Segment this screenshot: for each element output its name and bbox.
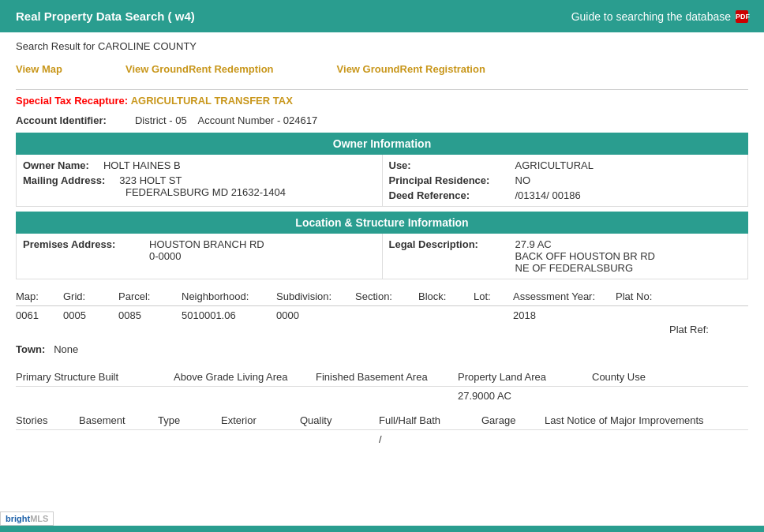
- stories-label: Stories: [16, 414, 79, 426]
- account-identifier-label: Account Identifier:: [16, 114, 107, 126]
- guide-link[interactable]: Guide to searching the database PDF: [571, 10, 748, 23]
- legal-description-line2: BACK OFF HOUSTON BR RD: [515, 250, 655, 262]
- legal-description-line3: NE OF FEDERALSBURG: [515, 262, 655, 274]
- fullhalf-bath-label: Full/Half Bath: [379, 414, 481, 426]
- primary-built-label: Primary Structure Built: [16, 371, 174, 383]
- above-grade-label: Above Grade Living Area: [174, 371, 316, 383]
- last-notice-value: [545, 433, 748, 445]
- section-value: [355, 309, 418, 321]
- district-label: District -: [135, 114, 173, 126]
- map-header: Map:: [16, 290, 63, 302]
- basement-label: Basement: [79, 414, 158, 426]
- basement-value: [79, 433, 158, 445]
- owner-name-label: Owner Name:: [23, 159, 89, 171]
- quality-label: Quality: [300, 414, 379, 426]
- quality-section: Stories Basement Type Exterior Quality F…: [16, 411, 748, 448]
- lot-value: [474, 309, 513, 321]
- view-groundrent-redemption-link[interactable]: View GroundRent Redemption: [125, 63, 274, 75]
- property-land-label: Property Land Area: [458, 371, 592, 383]
- quality-value: [300, 433, 379, 445]
- map-value: 0061: [16, 309, 63, 321]
- garage-value: [481, 433, 545, 445]
- subdivision-value: 0000: [276, 309, 355, 321]
- deed-reference-label: Deed Reference:: [389, 189, 470, 201]
- structure-values-row: 27.9000 AC: [16, 387, 748, 405]
- deed-reference-value: /01314/ 00186: [515, 189, 581, 201]
- subdivision-header: Subdivision:: [276, 290, 355, 302]
- account-number-label: Account Number -: [197, 114, 280, 126]
- county-use-label: County Use: [592, 371, 671, 383]
- location-section: Location & Structure Information Premise…: [16, 212, 748, 279]
- owner-right-panel: Use: AGRICULTURAL Principal Residence: N…: [382, 155, 748, 206]
- search-result: Search Result for CAROLINE COUNTY: [16, 40, 748, 52]
- quality-labels-row: Stories Basement Type Exterior Quality F…: [16, 411, 748, 430]
- owner-section-header: Owner Information: [16, 133, 748, 155]
- location-section-header: Location & Structure Information: [16, 212, 748, 234]
- type-value: [158, 433, 221, 445]
- type-label: Type: [158, 414, 221, 426]
- parcel-header: Parcel:: [118, 290, 182, 302]
- owner-left-panel: Owner Name: HOLT HAINES B Mailing Addres…: [17, 155, 382, 206]
- premises-line2: 0-0000: [149, 250, 264, 262]
- premises-line1: HOUSTON BRANCH RD: [149, 238, 264, 250]
- last-notice-label: Last Notice of Major Improvements: [545, 414, 748, 426]
- finished-basement-label: Finished Basement Area: [316, 371, 458, 383]
- lot-header: Lot:: [474, 290, 513, 302]
- structure-labels-row: Primary Structure Built Above Grade Livi…: [16, 368, 748, 387]
- premises-label: Premises Address:: [23, 238, 115, 250]
- garage-label: Garage: [481, 414, 545, 426]
- neighborhood-value: 5010001.06: [182, 309, 276, 321]
- special-tax-label: Special Tax Recapture:: [16, 95, 128, 107]
- plat-ref-label: Plat Ref:: [669, 306, 748, 339]
- quality-values-row: /: [16, 430, 748, 448]
- use-value: AGRICULTURAL: [515, 159, 594, 171]
- legal-description-line1: 27.9 AC: [515, 238, 655, 250]
- plat-no-header: Plat No:: [616, 290, 695, 302]
- divider-1: [16, 89, 748, 90]
- block-header: Block:: [418, 290, 474, 302]
- location-right-panel: Legal Description: 27.9 AC BACK OFF HOUS…: [382, 234, 748, 279]
- assessment-year-header: Assessment Year:: [513, 290, 616, 302]
- town-value: None: [54, 343, 78, 355]
- block-value: [418, 309, 474, 321]
- nav-links-row: View Map View GroundRent Redemption View…: [16, 60, 748, 78]
- exterior-label: Exterior: [221, 414, 300, 426]
- view-map-link[interactable]: View Map: [16, 63, 62, 75]
- mailing-address-label: Mailing Address:: [23, 174, 105, 186]
- stories-value: [16, 433, 79, 445]
- legal-description-label: Legal Description:: [389, 238, 478, 250]
- parcel-value: 0085: [118, 309, 182, 321]
- special-tax-value: AGRICULTURAL TRANSFER TAX: [131, 95, 293, 107]
- structure-section: Primary Structure Built Above Grade Livi…: [16, 368, 748, 405]
- main-content: Search Result for CAROLINE COUNTY View M…: [0, 32, 764, 456]
- map-grid-values: 0061 0005 0085 5010001.06 0000 2018: [16, 306, 669, 324]
- owner-section: Owner Information Owner Name: HOLT HAINE…: [16, 133, 748, 207]
- owner-name-value: HOLT HAINES B: [103, 159, 181, 171]
- pdf-icon: PDF: [736, 10, 748, 23]
- exterior-value: [221, 433, 300, 445]
- special-tax-row: Special Tax Recapture: AGRICULTURAL TRAN…: [16, 95, 748, 107]
- bath-value: /: [379, 433, 481, 445]
- town-label: Town:: [16, 343, 45, 355]
- page-title: Real Property Data Search ( w4): [16, 9, 195, 23]
- mailing-address-line1: 323 HOLT ST: [119, 174, 182, 186]
- mailing-address-line2: FEDERALSBURG MD 21632-1404: [125, 186, 286, 198]
- location-left-panel: Premises Address: HOUSTON BRANCH RD 0-00…: [17, 234, 382, 279]
- neighborhood-header: Neighborhood:: [182, 290, 276, 302]
- view-groundrent-registration-link[interactable]: View GroundRent Registration: [337, 63, 485, 75]
- account-row: Account Identifier: District - 05 Accoun…: [16, 114, 748, 126]
- principal-residence-label: Principal Residence:: [389, 174, 490, 186]
- assessment-year-value: 2018: [513, 309, 616, 321]
- district-value: 05: [175, 114, 186, 126]
- map-grid-data-row: 0061 0005 0085 5010001.06 0000 2018 Plat…: [16, 306, 748, 339]
- guide-link-text[interactable]: Guide to searching the database: [571, 10, 731, 23]
- finished-basement-value: [316, 390, 458, 402]
- land-area-value: 27.9000 AC: [458, 390, 592, 402]
- town-row: Town: None: [16, 339, 748, 360]
- grid-header: Grid:: [63, 290, 118, 302]
- principal-residence-value: NO: [515, 174, 531, 186]
- page-header: Real Property Data Search ( w4) Guide to…: [0, 0, 764, 32]
- primary-built-value: [16, 390, 174, 402]
- above-grade-value: [174, 390, 316, 402]
- section-header-col: Section:: [355, 290, 418, 302]
